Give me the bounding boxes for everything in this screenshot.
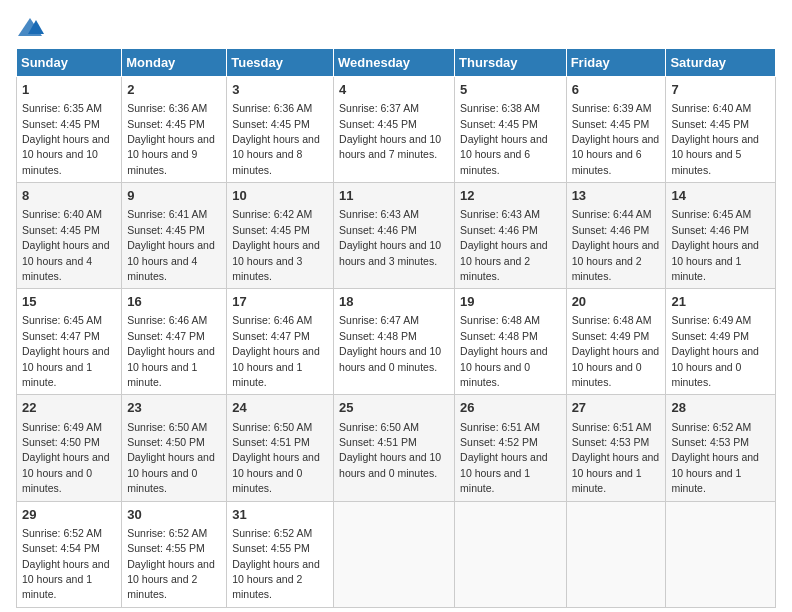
day-info: Sunrise: 6:51 AMSunset: 4:53 PMDaylight … [572, 421, 660, 495]
calendar-cell: 7Sunrise: 6:40 AMSunset: 4:45 PMDaylight… [666, 77, 776, 183]
calendar-cell: 3Sunrise: 6:36 AMSunset: 4:45 PMDaylight… [227, 77, 334, 183]
day-number: 6 [572, 81, 661, 99]
day-number: 14 [671, 187, 770, 205]
calendar-cell: 4Sunrise: 6:37 AMSunset: 4:45 PMDaylight… [334, 77, 455, 183]
header-sunday: Sunday [17, 49, 122, 77]
day-info: Sunrise: 6:36 AMSunset: 4:45 PMDaylight … [127, 102, 215, 176]
day-info: Sunrise: 6:50 AMSunset: 4:50 PMDaylight … [127, 421, 215, 495]
day-info: Sunrise: 6:46 AMSunset: 4:47 PMDaylight … [232, 314, 320, 388]
day-number: 11 [339, 187, 449, 205]
calendar-cell: 16Sunrise: 6:46 AMSunset: 4:47 PMDayligh… [122, 289, 227, 395]
calendar-cell: 31Sunrise: 6:52 AMSunset: 4:55 PMDayligh… [227, 501, 334, 607]
day-number: 15 [22, 293, 116, 311]
day-number: 22 [22, 399, 116, 417]
calendar-week-2: 8Sunrise: 6:40 AMSunset: 4:45 PMDaylight… [17, 183, 776, 289]
day-info: Sunrise: 6:44 AMSunset: 4:46 PMDaylight … [572, 208, 660, 282]
day-number: 24 [232, 399, 328, 417]
calendar-cell: 26Sunrise: 6:51 AMSunset: 4:52 PMDayligh… [455, 395, 567, 501]
day-number: 19 [460, 293, 561, 311]
calendar-cell: 6Sunrise: 6:39 AMSunset: 4:45 PMDaylight… [566, 77, 666, 183]
calendar-cell: 2Sunrise: 6:36 AMSunset: 4:45 PMDaylight… [122, 77, 227, 183]
calendar-header: SundayMondayTuesdayWednesdayThursdayFrid… [17, 49, 776, 77]
day-info: Sunrise: 6:52 AMSunset: 4:54 PMDaylight … [22, 527, 110, 601]
day-number: 7 [671, 81, 770, 99]
day-info: Sunrise: 6:40 AMSunset: 4:45 PMDaylight … [671, 102, 759, 176]
calendar-cell: 12Sunrise: 6:43 AMSunset: 4:46 PMDayligh… [455, 183, 567, 289]
day-info: Sunrise: 6:45 AMSunset: 4:46 PMDaylight … [671, 208, 759, 282]
calendar-cell: 29Sunrise: 6:52 AMSunset: 4:54 PMDayligh… [17, 501, 122, 607]
calendar-cell: 22Sunrise: 6:49 AMSunset: 4:50 PMDayligh… [17, 395, 122, 501]
day-number: 17 [232, 293, 328, 311]
day-number: 4 [339, 81, 449, 99]
day-info: Sunrise: 6:36 AMSunset: 4:45 PMDaylight … [232, 102, 320, 176]
day-info: Sunrise: 6:50 AMSunset: 4:51 PMDaylight … [232, 421, 320, 495]
calendar-cell: 23Sunrise: 6:50 AMSunset: 4:50 PMDayligh… [122, 395, 227, 501]
day-info: Sunrise: 6:49 AMSunset: 4:50 PMDaylight … [22, 421, 110, 495]
calendar-cell: 5Sunrise: 6:38 AMSunset: 4:45 PMDaylight… [455, 77, 567, 183]
calendar-cell: 15Sunrise: 6:45 AMSunset: 4:47 PMDayligh… [17, 289, 122, 395]
day-info: Sunrise: 6:52 AMSunset: 4:53 PMDaylight … [671, 421, 759, 495]
day-info: Sunrise: 6:39 AMSunset: 4:45 PMDaylight … [572, 102, 660, 176]
calendar-cell [334, 501, 455, 607]
calendar-body: 1Sunrise: 6:35 AMSunset: 4:45 PMDaylight… [17, 77, 776, 608]
day-number: 1 [22, 81, 116, 99]
calendar-cell [566, 501, 666, 607]
calendar-cell: 24Sunrise: 6:50 AMSunset: 4:51 PMDayligh… [227, 395, 334, 501]
day-number: 27 [572, 399, 661, 417]
calendar-cell [666, 501, 776, 607]
day-info: Sunrise: 6:43 AMSunset: 4:46 PMDaylight … [460, 208, 548, 282]
calendar-cell: 18Sunrise: 6:47 AMSunset: 4:48 PMDayligh… [334, 289, 455, 395]
day-number: 10 [232, 187, 328, 205]
header-friday: Friday [566, 49, 666, 77]
day-number: 23 [127, 399, 221, 417]
calendar-cell: 13Sunrise: 6:44 AMSunset: 4:46 PMDayligh… [566, 183, 666, 289]
calendar-table: SundayMondayTuesdayWednesdayThursdayFrid… [16, 48, 776, 608]
day-info: Sunrise: 6:46 AMSunset: 4:47 PMDaylight … [127, 314, 215, 388]
calendar-cell: 1Sunrise: 6:35 AMSunset: 4:45 PMDaylight… [17, 77, 122, 183]
day-number: 8 [22, 187, 116, 205]
day-number: 28 [671, 399, 770, 417]
day-number: 26 [460, 399, 561, 417]
day-number: 3 [232, 81, 328, 99]
day-number: 30 [127, 506, 221, 524]
header-monday: Monday [122, 49, 227, 77]
day-number: 25 [339, 399, 449, 417]
day-number: 29 [22, 506, 116, 524]
header-wednesday: Wednesday [334, 49, 455, 77]
header-saturday: Saturday [666, 49, 776, 77]
calendar-cell: 21Sunrise: 6:49 AMSunset: 4:49 PMDayligh… [666, 289, 776, 395]
calendar-cell: 17Sunrise: 6:46 AMSunset: 4:47 PMDayligh… [227, 289, 334, 395]
calendar-week-1: 1Sunrise: 6:35 AMSunset: 4:45 PMDaylight… [17, 77, 776, 183]
day-number: 21 [671, 293, 770, 311]
day-number: 31 [232, 506, 328, 524]
header-tuesday: Tuesday [227, 49, 334, 77]
day-info: Sunrise: 6:37 AMSunset: 4:45 PMDaylight … [339, 102, 441, 160]
day-info: Sunrise: 6:45 AMSunset: 4:47 PMDaylight … [22, 314, 110, 388]
day-info: Sunrise: 6:47 AMSunset: 4:48 PMDaylight … [339, 314, 441, 372]
day-number: 12 [460, 187, 561, 205]
day-info: Sunrise: 6:49 AMSunset: 4:49 PMDaylight … [671, 314, 759, 388]
logo-icon [16, 16, 44, 40]
day-info: Sunrise: 6:48 AMSunset: 4:49 PMDaylight … [572, 314, 660, 388]
page-header [16, 16, 776, 40]
day-number: 5 [460, 81, 561, 99]
day-number: 13 [572, 187, 661, 205]
day-info: Sunrise: 6:48 AMSunset: 4:48 PMDaylight … [460, 314, 548, 388]
day-info: Sunrise: 6:52 AMSunset: 4:55 PMDaylight … [232, 527, 320, 601]
day-number: 16 [127, 293, 221, 311]
day-info: Sunrise: 6:38 AMSunset: 4:45 PMDaylight … [460, 102, 548, 176]
calendar-week-3: 15Sunrise: 6:45 AMSunset: 4:47 PMDayligh… [17, 289, 776, 395]
calendar-cell: 9Sunrise: 6:41 AMSunset: 4:45 PMDaylight… [122, 183, 227, 289]
logo [16, 16, 48, 40]
calendar-cell: 8Sunrise: 6:40 AMSunset: 4:45 PMDaylight… [17, 183, 122, 289]
day-number: 9 [127, 187, 221, 205]
calendar-cell [455, 501, 567, 607]
header-thursday: Thursday [455, 49, 567, 77]
day-info: Sunrise: 6:50 AMSunset: 4:51 PMDaylight … [339, 421, 441, 479]
day-info: Sunrise: 6:43 AMSunset: 4:46 PMDaylight … [339, 208, 441, 266]
calendar-week-5: 29Sunrise: 6:52 AMSunset: 4:54 PMDayligh… [17, 501, 776, 607]
calendar-cell: 30Sunrise: 6:52 AMSunset: 4:55 PMDayligh… [122, 501, 227, 607]
calendar-cell: 10Sunrise: 6:42 AMSunset: 4:45 PMDayligh… [227, 183, 334, 289]
calendar-cell: 11Sunrise: 6:43 AMSunset: 4:46 PMDayligh… [334, 183, 455, 289]
calendar-cell: 19Sunrise: 6:48 AMSunset: 4:48 PMDayligh… [455, 289, 567, 395]
